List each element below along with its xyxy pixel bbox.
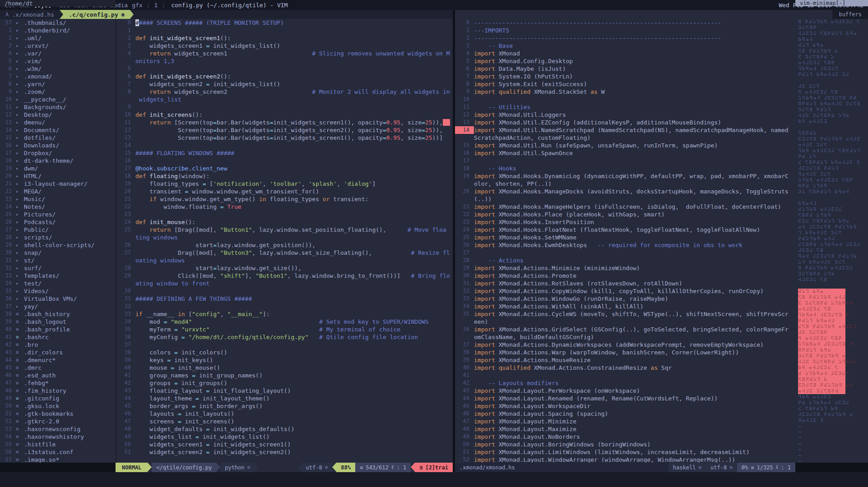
tree-item-folder[interactable]: 3▸.urxvt/	[0, 42, 116, 50]
tree-item-label: .thumbnails/	[24, 19, 66, 27]
folder-closed-icon: ▸	[16, 195, 24, 203]
tree-item-folder[interactable]: 18▸dt-dark-theme/	[0, 157, 116, 165]
minimap-row: ⠼⠯ ⠽⠮⠫	[798, 83, 868, 89]
tree-item-folder[interactable]: 37▸yay/	[0, 303, 116, 310]
tree-item-folder[interactable]: 16▸Downloads/	[0, 142, 116, 149]
layout-indicator[interactable]: 1	[154, 2, 158, 9]
line-number: 41	[0, 333, 16, 341]
tree-item-folder[interactable]: 23▸Music/	[0, 195, 116, 203]
line-number: 9	[455, 88, 474, 96]
tree-item-file[interactable]: 49⚙.gitconfig	[0, 395, 116, 402]
tree-item-folder[interactable]: 36▸VirtualBox VMs/	[0, 295, 116, 303]
tree-item-file[interactable]: 39≡.bash_logout	[0, 318, 116, 326]
line-number: 1	[455, 27, 474, 34]
tree-item-label: .gtk-bookmarks	[24, 410, 74, 418]
minimap-row: ⠯ ⠽⠮⠫⠿⠟⠾ ⠵⠹⠷⠻⠶⠺	[798, 300, 845, 306]
tree-item-label: scripts/	[24, 234, 52, 241]
tree-item-folder[interactable]: 29▸shell-color-scripts/	[0, 241, 116, 249]
tree-item-file[interactable]: 44≡.dmenurc*	[0, 356, 116, 364]
tree-item-folder[interactable]: 15▸dotfiles/	[0, 134, 116, 142]
tree-item-file[interactable]: 57≡.image.so*	[0, 456, 116, 463]
code-line: 24import XMonad.Hooks.FloatNext (floatNe…	[455, 226, 795, 234]
tree-item-folder[interactable]: 22▸MEGA/	[0, 188, 116, 195]
tree-item-folder[interactable]: 14▸Documents/	[0, 126, 116, 134]
tree-item-folder[interactable]: 33▸Templates/	[0, 272, 116, 280]
tree-item-folder[interactable]: 6▸.w3m/	[0, 65, 116, 73]
tree-item-folder[interactable]: 5▸.vim/	[0, 57, 116, 65]
tree-item-file[interactable]: 50≡.gksu.lock	[0, 402, 116, 410]
tree-item-folder[interactable]: 30▸snap/	[0, 249, 116, 257]
line-number: 22	[0, 188, 16, 195]
vim-command-line[interactable]	[0, 472, 868, 487]
folder-closed-icon: ▸	[16, 172, 24, 180]
tree-item-file[interactable]: 41⚙.bashrc	[0, 333, 116, 341]
tree-item-folder[interactable]: 1▸.thunderbird/	[0, 27, 116, 34]
editor-xmonad-hs[interactable]: 0---------------------------------------…	[455, 19, 795, 463]
folder-closed-icon: ▸	[16, 303, 24, 310]
tree-item-file[interactable]: 48≡.fim_history	[0, 387, 116, 395]
line-number: 23	[0, 195, 16, 203]
tree-item-file[interactable]: 47≡.fehbg*	[0, 379, 116, 387]
tree-item-file[interactable]: 55≡.histfile	[0, 441, 116, 448]
tree-item-file[interactable]: 46≡.esd_auth	[0, 372, 116, 379]
tree-item-folder[interactable]: 9▸.zoom/	[0, 88, 116, 96]
tree-item-folder[interactable]: 57▸.thumbnails/	[0, 19, 116, 27]
tree-item-file[interactable]: 51≡.gtk-bookmarks	[0, 410, 116, 418]
line-number: 28	[0, 234, 16, 241]
tree-item-folder[interactable]: 7▸.xmonad/	[0, 73, 116, 80]
tree-item-folder[interactable]: 25▸Pictures/	[0, 211, 116, 218]
tree-item-folder[interactable]: 35▸Videos/	[0, 287, 116, 295]
code-line: 48import XMonad.Layout.Maximize	[455, 425, 795, 433]
minimap-row: ⠵⠹⠷⠻⠶⠺ ⠼⠯⠽⠮⠫⠿ ⠟	[798, 341, 845, 347]
tab-xmonad-hs[interactable]: λ .x/xmonad.hs	[0, 10, 60, 19]
powerline-arrow	[216, 463, 220, 472]
tree-item-file[interactable]: 45≡.dmrc	[0, 364, 116, 372]
tree-item-folder[interactable]: 32▸surf/	[0, 264, 116, 272]
code-line: 43 floating_layout = init_floating_layou…	[116, 387, 453, 395]
code-line: 27 Drag([mod], "Button3", lazy.window.se…	[116, 249, 453, 257]
tree-item-label: Public/	[24, 226, 49, 234]
tree-item-folder[interactable]: 17▸Dropbox/	[0, 149, 116, 157]
tree-item-file[interactable]: 43≡.dir_colors	[0, 349, 116, 356]
tree-item-folder[interactable]: 20▸HTML/	[0, 172, 116, 180]
tree-item-folder[interactable]: 10▸__pycache__/	[0, 96, 116, 103]
tree-item-folder[interactable]: 2▸.uml/	[0, 34, 116, 42]
tree-item-file[interactable]: 53≡.haxornewsconfig	[0, 425, 116, 433]
tree-item-label: .yarn/	[24, 80, 45, 88]
line-number: 33	[0, 272, 16, 280]
nerdtree-file-explorer[interactable]: 57▸.thumbnails/1▸.thunderbird/2▸.uml/3▸.…	[0, 19, 116, 463]
tree-item-folder[interactable]: 24▸Notes/	[0, 203, 116, 211]
tree-item-file[interactable]: 40≡.bash_profile	[0, 326, 116, 333]
workspace-tag[interactable]: gfx	[132, 2, 142, 9]
tree-item-folder[interactable]: 26▸Podcasts/	[0, 218, 116, 226]
tree-item-folder[interactable]: 27▸Public/	[0, 226, 116, 234]
tree-item-folder[interactable]: 19▸dwm/	[0, 165, 116, 172]
tree-item-folder[interactable]: 4▸.var/	[0, 50, 116, 57]
bar-separator: :	[147, 2, 150, 9]
vim-minimap[interactable]: ⠿ ⠟⠾⠵⠹⠷⠻ ⠶⠺⠼⠯⠽⠮ ⠫⠽⠮⠫⠿⠟⠺⠼⠯⠽⠮ ⠫⠿⠟⠾⠵⠹ ⠷⠻⠶⠷⠻…	[795, 19, 868, 463]
tab-config-py[interactable]: .c/q/config.py ◉	[63, 10, 130, 19]
tree-item-file[interactable]: 56≡.i3status.conf	[0, 448, 116, 456]
file-lines-icon: ≡	[16, 448, 24, 456]
minimap-row: ⠫⠿⠟⠾ ⠵⠹⠷⠻	[798, 212, 868, 218]
tabline-left-vim: λ .x/xmonad.hs .c/q/config.py ◉	[0, 10, 453, 19]
minimap-row: ⠺⠼⠯⠽⠮ ⠫⠿⠟⠾⠵⠹ ⠷⠻⠶	[798, 31, 868, 37]
tree-item-file[interactable]: 38≡.bash_history	[0, 310, 116, 318]
tree-item-folder[interactable]: 21▸i3-layout-manager/	[0, 180, 116, 188]
tree-item-folder[interactable]: 34▸test/	[0, 280, 116, 287]
tree-item-folder[interactable]: 8▸.yarn/	[0, 80, 116, 88]
tree-item-folder[interactable]: 28▸scripts/	[0, 234, 116, 241]
tree-item-folder[interactable]: 31▸st/	[0, 257, 116, 264]
line-number: 55	[0, 441, 16, 448]
tree-item-folder[interactable]: 11▸Backgrounds/	[0, 103, 116, 111]
minimap-row: ⠾⠵⠹ ⠷⠻⠶	[798, 289, 845, 294]
tree-item-folder[interactable]: 12▸Desktop/	[0, 111, 116, 119]
code-line: 16import XMonad.Util.SpawnOnce	[455, 149, 795, 157]
tree-item-folder[interactable]: 13▸dmenu/	[0, 119, 116, 126]
tree-item-file[interactable]: 42≡.bro	[0, 341, 116, 349]
minimap-row	[798, 283, 868, 289]
editor-config-py[interactable]: 0##### SCREENS ##### (TRIPLE MONITOR SET…	[116, 19, 453, 463]
tree-item-file[interactable]: 52≡.gtkrc-2.0	[0, 418, 116, 425]
tree-item-file[interactable]: 54≡.haxornewshistory	[0, 433, 116, 441]
code-line: 1---IMPORTS	[455, 27, 795, 34]
